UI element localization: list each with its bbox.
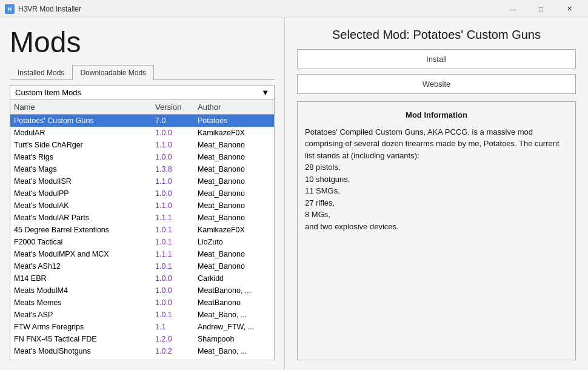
- table-row[interactable]: Meat's Mags1.3.8Meat_Banono: [10, 163, 274, 175]
- titlebar: H H3VR Mod Installer — □ ✕: [0, 0, 588, 18]
- main-container: Mods Installed Mods Downloadable Mods Cu…: [0, 18, 588, 370]
- table-row[interactable]: F2000 Tactical1.0.1LioZuto: [10, 236, 274, 248]
- mod-version: 1.1.1: [155, 214, 198, 222]
- table-row[interactable]: Meats ModulM41.0.0MeatBanono, ...: [10, 284, 274, 297]
- mod-author: Meat_Banono: [198, 153, 270, 161]
- install-button[interactable]: Install: [297, 49, 576, 69]
- left-panel: Mods Installed Mods Downloadable Mods Cu…: [0, 18, 285, 370]
- mod-version: 1.1.0: [155, 201, 198, 210]
- table-row[interactable]: M14 EBR1.0.0Carkidd: [10, 272, 274, 284]
- mod-author: LioZuto: [198, 238, 270, 246]
- table-row[interactable]: FN FNX-45 Tactical FDE1.2.0Shampooh: [10, 333, 274, 345]
- mod-author: Meat_Banono: [198, 189, 270, 198]
- dropdown-arrow-icon: ▼: [261, 88, 269, 97]
- mod-name: Meat's ASh12: [14, 262, 155, 271]
- table-row[interactable]: Meats Memes1.0.0MeatBanono: [10, 297, 274, 309]
- mod-name: Meat's ModulShotguns: [14, 347, 155, 355]
- table-row[interactable]: Meat's ModulISR1.1.0Meat_Banono: [10, 175, 274, 187]
- mod-version: 7.0: [155, 116, 198, 125]
- mod-name: Meat's ModulAR Parts: [14, 214, 155, 222]
- tab-bar: Installed Mods Downloadable Mods: [10, 64, 275, 80]
- table-row[interactable]: Meat's ModulShotguns1.0.2Meat_Bano, ...: [10, 345, 274, 357]
- mod-author: Meat_Banono: [198, 177, 270, 186]
- mod-version: 1.0.0: [155, 129, 198, 137]
- mod-author: Meat_Bano, ...: [198, 347, 270, 355]
- mod-name: 45 Degree Barrel Extentions: [14, 226, 155, 234]
- mod-name: Meat's ModulPP: [14, 189, 155, 198]
- mod-version: 1.3.8: [155, 165, 198, 173]
- titlebar-title: H3VR Mod Installer: [18, 5, 499, 13]
- table-row[interactable]: FOXArms Muzzles0.7.2NotWolfie, Me...: [10, 357, 274, 360]
- mod-info-panel: Mod Information Potatoes' Compiled Custo…: [297, 101, 576, 360]
- mod-version: 1.0.0: [155, 286, 198, 295]
- table-row[interactable]: Meat's ASh121.0.1Meat_Banono: [10, 260, 274, 272]
- mod-name: FTW Arms Foregrips: [14, 323, 155, 331]
- mod-version: 1.0.0: [155, 274, 198, 283]
- app-icon: H: [5, 4, 15, 14]
- mod-version: 0.7.2: [155, 359, 198, 360]
- mod-name: FOXArms Muzzles: [14, 359, 155, 360]
- mod-author: MeatBanono, ...: [198, 286, 270, 295]
- table-row[interactable]: ModulAR1.0.0KamikazeF0X: [10, 127, 274, 139]
- col-version: Version: [155, 103, 198, 112]
- close-button[interactable]: ✕: [556, 0, 583, 18]
- table-row[interactable]: FTW Arms Foregrips1.1Andrew_FTW, ...: [10, 321, 274, 333]
- table-header: Name Version Author: [10, 100, 274, 115]
- mod-name: Turt's Side ChARger: [14, 141, 155, 149]
- mod-version: 1.0.0: [155, 153, 198, 161]
- table-row[interactable]: Turt's Side ChARger1.1.0Meat_Banono: [10, 139, 274, 151]
- table-row[interactable]: Meat's Rigs1.0.0Meat_Banono: [10, 151, 274, 163]
- mod-version: 1.1: [155, 323, 198, 331]
- mod-author: MeatBanono: [198, 298, 270, 307]
- table-row[interactable]: Meat's ModulPP1.0.0Meat_Banono: [10, 187, 274, 200]
- tab-downloadable[interactable]: Downloadable Mods: [72, 65, 154, 80]
- selected-mod-title: Selected Mod: Potatoes' Custom Guns: [297, 28, 576, 42]
- page-title: Mods: [10, 28, 275, 57]
- mod-author: Potatoes: [198, 116, 270, 125]
- mod-info-heading: Mod Information: [305, 109, 568, 121]
- mod-version: 1.1.1: [155, 250, 198, 258]
- mod-author: Meat_Banono: [198, 201, 270, 210]
- table-row[interactable]: 45 Degree Barrel Extentions1.0.1Kamikaze…: [10, 224, 274, 236]
- website-button[interactable]: Website: [297, 74, 576, 94]
- mod-author: KamikazeF0X: [198, 129, 270, 137]
- mod-name: Meat's ModulMPX and MCX: [14, 250, 155, 258]
- mod-version: 1.0.1: [155, 226, 198, 234]
- table-row[interactable]: Meat's ASP1.0.1Meat_Bano, ...: [10, 309, 274, 321]
- mod-name: Meats ModulM4: [14, 286, 155, 295]
- table-row[interactable]: Meat's ModulAR Parts1.1.1Meat_Banono: [10, 212, 274, 224]
- mod-version: 1.0.0: [155, 298, 198, 307]
- mod-author: Meat_Banono: [198, 262, 270, 271]
- mod-author: Andrew_FTW, ...: [198, 323, 270, 331]
- mod-name: FN FNX-45 Tactical FDE: [14, 335, 155, 343]
- mod-name: Potatoes' Custom Guns: [14, 116, 155, 125]
- table-row[interactable]: Meat's ModulAK1.1.0Meat_Banono: [10, 200, 274, 212]
- minimize-button[interactable]: —: [499, 0, 526, 18]
- mod-author: Meat_Banono: [198, 141, 270, 149]
- maximize-button[interactable]: □: [527, 0, 555, 18]
- category-dropdown[interactable]: Custom Item Mods ▼: [10, 85, 275, 100]
- mod-author: Shampooh: [198, 335, 270, 343]
- mod-version: 1.1.0: [155, 177, 198, 186]
- titlebar-controls: — □ ✕: [499, 0, 583, 18]
- tab-installed[interactable]: Installed Mods: [10, 65, 72, 80]
- table-body: Potatoes' Custom Guns7.0PotatoesModulAR1…: [10, 115, 274, 360]
- mod-name: Meat's ModulISR: [14, 177, 155, 186]
- mod-name: Meat's Rigs: [14, 153, 155, 161]
- category-value: Custom Item Mods: [15, 88, 81, 97]
- mod-version: 1.0.1: [155, 311, 198, 319]
- mod-version: 1.2.0: [155, 335, 198, 343]
- mod-name: Meats Memes: [14, 298, 155, 307]
- table-row[interactable]: Potatoes' Custom Guns7.0Potatoes: [10, 115, 274, 127]
- mod-table: Name Version Author Potatoes' Custom Gun…: [10, 100, 275, 360]
- mod-name: Meat's ASP: [14, 311, 155, 319]
- mod-author: Carkidd: [198, 274, 270, 283]
- right-panel: Selected Mod: Potatoes' Custom Guns Inst…: [285, 18, 588, 370]
- col-author: Author: [198, 103, 270, 112]
- mod-version: 1.1.0: [155, 141, 198, 149]
- mod-version: 1.0.1: [155, 262, 198, 271]
- table-row[interactable]: Meat's ModulMPX and MCX1.1.1Meat_Banono: [10, 248, 274, 260]
- mod-author: Meat_Bano, ...: [198, 311, 270, 319]
- col-name: Name: [14, 103, 155, 112]
- mod-name: ModulAR: [14, 129, 155, 137]
